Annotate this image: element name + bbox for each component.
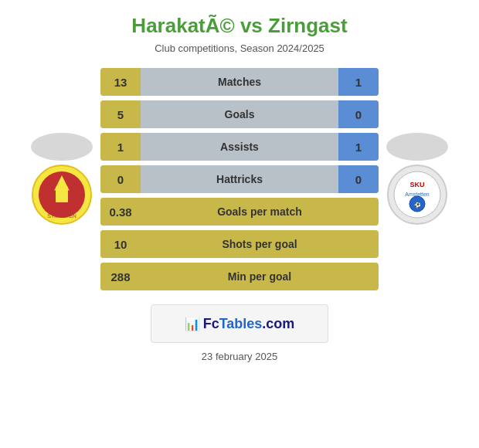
left-logo-ellipse	[31, 133, 93, 161]
stat-right-matches: 1	[338, 68, 379, 96]
stat-row-assists: 1 Assists 1	[100, 133, 379, 161]
stat-left-matches: 13	[100, 68, 141, 96]
right-logo-ellipse	[386, 133, 448, 161]
stat-row-min-per-goal: 288 Min per goal	[100, 263, 379, 290]
footer-date: 23 february 2025	[202, 351, 277, 362]
svg-text:SKU: SKU	[409, 181, 424, 188]
stat-label-matches: Matches	[141, 76, 338, 88]
stats-container: 13 Matches 1 5 Goals 0 1 Assists 1 0 Hat…	[100, 68, 379, 290]
fctables-icon: 📊	[185, 317, 200, 331]
page-title: HarakatÃ© vs Zirngast	[131, 14, 347, 38]
stat-label-goals: Goals	[141, 108, 338, 120]
stat-label-assists: Assists	[141, 141, 338, 153]
stat-left-assists: 1	[100, 133, 141, 161]
fctables-text: FcTables.com	[203, 316, 295, 332]
stat-row-goals-per-match: 0.38 Goals per match	[100, 198, 379, 226]
page-subtitle: Club competitions, Season 2024/2025	[155, 42, 324, 54]
svg-rect-3	[56, 187, 68, 202]
stat-row-matches: 13 Matches 1	[100, 68, 379, 96]
svg-text:SKN: SKN	[56, 205, 69, 212]
stat-row-goals: 5 Goals 0	[100, 100, 379, 128]
stat-left-min-per-goal: 288	[100, 263, 141, 290]
stat-left-hattricks: 0	[100, 165, 141, 193]
stat-right-goals: 0	[338, 100, 379, 128]
stat-label-goals-per-match: Goals per match	[141, 205, 379, 218]
right-team-crest: SKU Amstetten ⚽	[386, 164, 448, 226]
stat-row-shots-per-goal: 10 Shots per goal	[100, 230, 379, 258]
fctables-banner: 📊 FcTables.com	[151, 304, 328, 343]
stat-row-hattricks: 0 Hattricks 0	[100, 165, 379, 193]
stat-label-min-per-goal: Min per goal	[141, 270, 379, 283]
right-team-logo: SKU Amstetten ⚽	[379, 133, 456, 226]
stat-left-goals: 5	[100, 100, 141, 128]
stat-left-shots-per-goal: 10	[100, 230, 141, 258]
svg-text:⚽: ⚽	[414, 202, 421, 209]
left-team-logo: SKN ST.PÖLTEN	[23, 133, 100, 226]
stat-label-shots-per-goal: Shots per goal	[141, 238, 379, 250]
left-team-crest: SKN ST.PÖLTEN	[31, 164, 93, 226]
stat-left-goals-per-match: 0.38	[100, 198, 141, 226]
stat-label-hattricks: Hattricks	[141, 173, 338, 185]
svg-text:ST.PÖLTEN: ST.PÖLTEN	[47, 213, 76, 219]
stat-right-hattricks: 0	[338, 165, 379, 193]
stat-right-assists: 1	[338, 133, 379, 161]
